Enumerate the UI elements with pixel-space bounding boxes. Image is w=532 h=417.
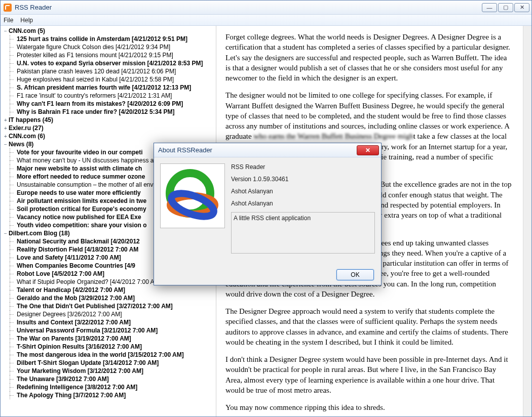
tree-label: Protester killed as F1 tensions mount [4… [17, 52, 173, 59]
app-logo [160, 163, 225, 228]
tree-label: Major new website to assist with climate… [17, 165, 142, 172]
tree-label: U.N. votes to expand Syria observer miss… [17, 60, 203, 67]
tree-label: Vacancy notice now published for EEA Exe [17, 214, 141, 221]
tree-expander[interactable]: + [3, 117, 9, 123]
feed-item[interactable]: T-Shirt Opinion Results [3/16/2012 7:00 … [2, 343, 216, 351]
tree-label: National Security and Blackmail [4/20/20… [17, 238, 140, 245]
about-product: RSS Reader [231, 163, 375, 171]
tree-label: The One that Didn't Get Published [3/27/… [17, 303, 173, 310]
tree-label: Why is Bahrain F1 race under fire? [4/20… [17, 108, 174, 115]
vertical-scrollbar[interactable] [523, 26, 531, 416]
tree-label: CNN.com (6) [9, 133, 45, 140]
tree-label: The War on Parents [3/19/2012 7:00 AM] [17, 335, 131, 342]
feed-item[interactable]: 125 hurt as trains collide in Amsterdam … [2, 35, 216, 43]
tree-expander[interactable]: − [3, 142, 9, 147]
window-title: RSS Reader [15, 4, 482, 11]
app-icon [4, 4, 12, 12]
dialog-close-button[interactable]: ✕ [357, 145, 379, 155]
tree-label: The Unaware [3/9/2012 7:00 AM] [17, 376, 109, 383]
dialog-titlebar[interactable]: About RSSReader ✕ [154, 143, 381, 157]
tree-label: Your Marketing Wisdom [3/12/2012 7:00 AM… [17, 367, 143, 374]
feed-item[interactable]: Pakistan plane crash leaves 120 dead [4/… [2, 67, 216, 75]
feed-item[interactable]: Talent or Handicap [4/2/2012 7:00 AM] [2, 286, 216, 294]
tree-label: F1 race 'insult' to country's reformers … [17, 92, 172, 99]
tree-label: IT happens (45) [9, 116, 53, 123]
feed-item[interactable]: The Unaware [3/9/2012 7:00 AM] [2, 375, 216, 383]
article-paragraph: I don't think a Designer Degree system w… [225, 354, 514, 395]
tree-label: Pakistan plane crash leaves 120 dead [4/… [17, 68, 176, 75]
feed-item[interactable]: Geraldo and the Mob [3/29/2012 7:00 AM] [2, 294, 216, 302]
article-paragraph: The Designer Degree approach would need … [225, 306, 514, 347]
ok-button[interactable]: OK [336, 269, 374, 280]
menu-file[interactable]: File [4, 17, 13, 24]
feed-item[interactable]: Insults and Context [3/22/2012 7:00 AM] [2, 318, 216, 326]
feed-item[interactable]: The Apology Thing [3/7/2012 7:00 AM] [2, 391, 216, 399]
feed-item[interactable]: Designer Degrees [3/26/2012 7:00 AM] [2, 310, 216, 318]
tree-label: Talent or Handicap [4/2/2012 7:00 AM] [17, 286, 125, 294]
tree-label: Why can't F1 learn from its mistakes? [4… [17, 100, 183, 107]
feed-item[interactable]: S. African president marries fourth wife… [2, 84, 216, 92]
feed-node[interactable]: +Exler.ru (27) [2, 124, 216, 132]
feed-item[interactable]: Why can't F1 learn from its mistakes? [4… [2, 100, 216, 108]
about-dialog: About RSSReader ✕ RSS Reader Version 1.0… [154, 143, 382, 285]
feed-item[interactable]: The War on Parents [3/19/2012 7:00 AM] [2, 335, 216, 343]
tree-expander[interactable]: − [3, 231, 9, 236]
about-author: Ashot Aslanyan [231, 200, 375, 207]
dialog-title: About RSSReader [158, 146, 212, 154]
tree-label: Insults and Context [3/22/2012 7:00 AM] [17, 319, 131, 326]
feed-item[interactable]: U.N. votes to expand Syria observer miss… [2, 59, 216, 67]
tree-label: The most dangerous idea in the world [3/… [17, 351, 184, 358]
tree-label: Soil protection critical for Europe's ec… [17, 205, 146, 213]
tree-label: Robot Love [4/5/2012 7:00 AM] [17, 270, 104, 277]
tree-label: Designer Degrees [3/26/2012 7:00 AM] [17, 311, 122, 318]
tree-label: Geraldo and the Mob [3/29/2012 7:00 AM] [17, 295, 135, 302]
feed-node[interactable]: +IT happens (45) [2, 116, 216, 124]
menu-help[interactable]: Help [20, 17, 33, 24]
tree-label: When Companies Become Countries [4/9 [17, 262, 135, 269]
feed-item[interactable]: The most dangerous idea in the world [3/… [2, 351, 216, 359]
titlebar[interactable]: RSS Reader — ▢ ✕ [1, 1, 531, 15]
tree-label: T-Shirt Opinion Results [3/16/2012 7:00 … [17, 343, 142, 350]
tree-label: Air pollutant emission limits exceeded i… [17, 197, 146, 204]
tree-expander[interactable]: + [3, 126, 9, 131]
feed-node[interactable]: +CNN.com (6) [2, 132, 216, 140]
feed-item[interactable]: Protester killed as F1 tensions mount [4… [2, 51, 216, 59]
feed-item[interactable]: Dilbert T-Shirt Slogan Update [3/14/2012… [2, 359, 216, 367]
tree-label: Unsustainable consumption – the mother o… [17, 181, 157, 188]
tree-label: Exler.ru (27) [9, 124, 44, 132]
minimize-button[interactable]: — [482, 3, 497, 12]
window-buttons: — ▢ ✕ [482, 3, 529, 12]
article-paragraph: You may now commence ripping this idea t… [225, 402, 514, 412]
feed-item[interactable]: Your Marketing Wisdom [3/12/2012 7:00 AM… [2, 367, 216, 375]
feed-item[interactable]: Universal Password Formula [3/21/2012 7:… [2, 326, 216, 335]
about-author: Ashot Aslanyan [231, 188, 375, 195]
tree-label: The Apology Thing [3/7/2012 7:00 AM] [17, 392, 126, 399]
tree-label: Youth video competition: share your visi… [17, 222, 146, 229]
tree-label: What money can't buy - UN discusses happ… [17, 157, 157, 164]
app-window: RSS Reader — ▢ ✕ File Help −CNN.com (5)1… [0, 0, 532, 417]
article-paragraph: Forget college degrees. What the world n… [225, 32, 514, 83]
feed-item[interactable]: Why is Bahrain F1 race under fire? [4/20… [2, 108, 216, 116]
feed-item[interactable]: F1 race 'insult' to country's reformers … [2, 92, 216, 100]
tree-label: Reality Distortion Field [4/18/2012 7:00… [17, 246, 138, 253]
close-button[interactable]: ✕ [514, 3, 529, 12]
feed-item[interactable]: Watergate figure Chuck Colson dies [4/21… [2, 43, 216, 51]
tree-label: S. African president marries fourth wife… [17, 84, 191, 91]
tree-label: Europe needs to use water more efficient… [17, 189, 141, 196]
feed-node[interactable]: −CNN.com (5) [2, 27, 216, 35]
tree-label: What if Stupid People Organized? [4/4/20… [17, 278, 155, 285]
tree-label: Huge explosives haul seized in Kabul [4/… [17, 76, 174, 83]
tree-expander[interactable]: + [3, 134, 9, 139]
feed-item[interactable]: Huge explosives haul seized in Kabul [4/… [2, 75, 216, 84]
tree-label: CNN.com (5) [9, 27, 45, 34]
feed-item[interactable]: Redefining Intelligence [3/8/2012 7:00 A… [2, 383, 216, 391]
menubar: File Help [1, 15, 531, 26]
tree-label: More effort needed to reduce summer ozon… [17, 173, 145, 180]
tree-label: Universal Password Formula [3/21/2012 7:… [17, 327, 158, 334]
feed-item[interactable]: The One that Didn't Get Published [3/27/… [2, 302, 216, 310]
tree-expander[interactable]: − [3, 28, 9, 34]
maximize-button[interactable]: ▢ [498, 3, 513, 12]
dialog-body: RSS Reader Version 1.0.59.30461 Ashot As… [154, 157, 381, 265]
tree-label: Dilbert.com Blog (18) [9, 230, 70, 237]
dialog-footer: OK [154, 265, 381, 285]
